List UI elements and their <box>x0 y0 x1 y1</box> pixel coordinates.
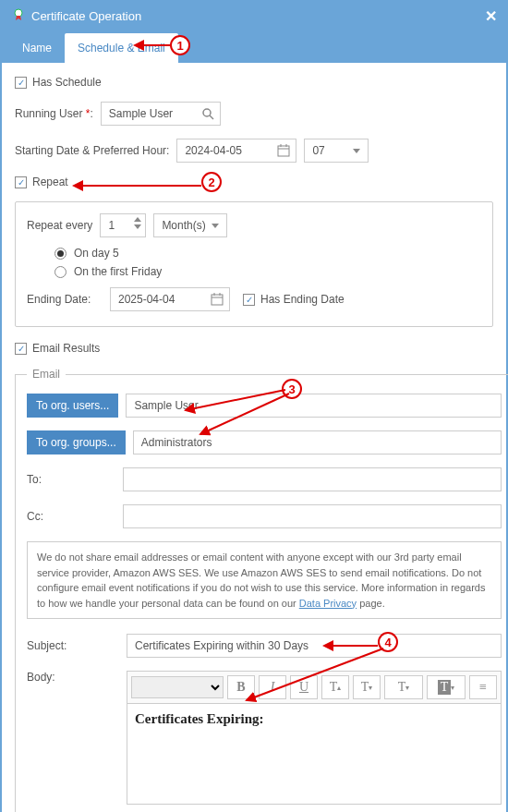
running-user-input[interactable]: Sample User <box>101 102 221 126</box>
spinner-down-icon[interactable] <box>134 224 141 229</box>
starting-date-label: Starting Date & Preferred Hour: <box>15 144 169 157</box>
body-label: Body: <box>27 671 119 684</box>
to-label: To: <box>27 473 54 486</box>
tab-schedule-email[interactable]: Schedule & Email <box>65 33 178 63</box>
email-results-checkbox[interactable] <box>15 343 27 355</box>
to-input[interactable] <box>123 467 502 491</box>
font-family-select[interactable] <box>131 676 224 698</box>
search-icon <box>201 107 214 123</box>
calendar-icon <box>277 144 290 160</box>
cc-label: Cc: <box>27 510 54 523</box>
font-increase-button[interactable]: T▴ <box>321 675 349 699</box>
certificate-icon <box>11 7 26 25</box>
to-org-groups-button[interactable]: To org. groups... <box>27 430 126 454</box>
running-user-label: Running User *: <box>15 107 93 120</box>
calendar-icon <box>211 293 224 309</box>
svg-rect-4 <box>278 146 289 156</box>
svg-point-0 <box>15 9 22 17</box>
on-first-friday-radio[interactable] <box>54 266 67 278</box>
to-org-users-button[interactable]: To org. users... <box>27 394 118 418</box>
ending-date-input[interactable]: 2025-04-04 <box>110 287 230 311</box>
email-legend: Email <box>27 368 66 381</box>
cc-input[interactable] <box>123 504 502 528</box>
svg-line-3 <box>210 115 213 119</box>
starting-hour-select[interactable]: 07 <box>304 139 369 163</box>
titlebar: Certificate Operation ✕ <box>2 2 506 30</box>
email-fieldset: Email 3 To org. users... Sample User To … <box>15 368 508 812</box>
repeat-checkbox[interactable] <box>15 176 27 188</box>
starting-date-input[interactable]: 2024-04-05 <box>176 139 296 163</box>
has-ending-date-label: Has Ending Date <box>260 293 345 306</box>
repeat-label: Repeat <box>32 176 68 188</box>
org-users-input[interactable]: Sample User <box>126 394 502 418</box>
has-schedule-checkbox[interactable] <box>15 77 27 89</box>
highlight-button[interactable]: T ▾ <box>427 675 466 699</box>
repeat-every-spinner[interactable]: 1 <box>100 213 146 237</box>
annotation-2: 2 <box>201 172 222 192</box>
on-first-friday-label: On the first Friday <box>74 265 162 278</box>
repeat-unit-select[interactable]: Month(s) <box>153 213 227 237</box>
list-button[interactable]: ≡ <box>469 675 497 699</box>
font-decrease-button[interactable]: T▾ <box>353 675 381 699</box>
modal-title: Certificate Operation <box>31 9 141 23</box>
spinner-up-icon[interactable] <box>134 217 141 222</box>
svg-point-2 <box>203 109 211 116</box>
svg-rect-9 <box>212 295 223 305</box>
has-schedule-label: Has Schedule <box>32 76 102 89</box>
has-ending-date-checkbox[interactable] <box>243 294 255 306</box>
email-results-label: Email Results <box>32 342 100 355</box>
underline-button[interactable]: U <box>290 675 318 699</box>
editor-toolbar: B I U T▴ T▾ T ▾ T ▾ ≡ <box>127 671 502 703</box>
subject-label: Subject: <box>27 639 119 652</box>
repeat-group: Repeat every 1 Month(s) On day 5 On the … <box>15 201 493 327</box>
repeat-every-label: Repeat every <box>27 219 92 232</box>
on-day-radio[interactable] <box>54 248 67 260</box>
subject-input[interactable]: Certificates Expiring within 30 Days <box>127 634 502 658</box>
bold-button[interactable]: B <box>227 675 255 699</box>
body-editor[interactable]: Certificates Expiring: <box>127 703 502 805</box>
org-groups-input[interactable]: Administrators <box>133 430 502 454</box>
ending-date-label: Ending Date: <box>27 293 103 306</box>
tab-name[interactable]: Name <box>9 33 65 63</box>
privacy-notice: We do not share email addresses or email… <box>27 541 502 619</box>
data-privacy-link[interactable]: Data Privacy <box>299 598 357 609</box>
on-day-label: On day 5 <box>74 247 119 260</box>
font-color-button[interactable]: T ▾ <box>384 675 423 699</box>
italic-button[interactable]: I <box>259 675 286 699</box>
close-icon[interactable]: ✕ <box>485 7 497 25</box>
tab-bar: Name Schedule & Email 1 <box>2 30 506 63</box>
